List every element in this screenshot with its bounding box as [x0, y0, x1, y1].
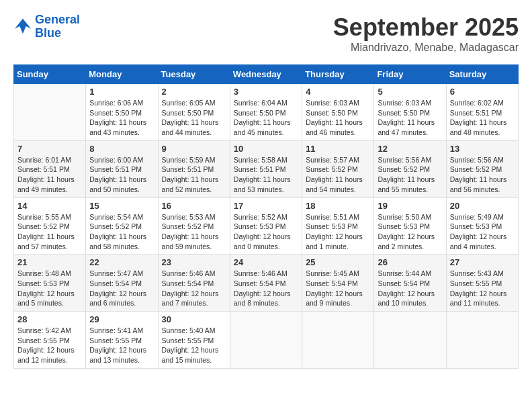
sunset-text: Sunset: 5:52 PM: [378, 165, 430, 173]
col-friday: Friday: [374, 65, 446, 84]
cell-w2-d6: 12 Sunrise: 5:56 AM Sunset: 5:52 PM Dayl…: [374, 140, 446, 197]
sunrise-text: Sunrise: 6:01 AM: [17, 156, 71, 164]
location-title: Miandrivazo, Menabe, Madagascar: [333, 42, 519, 54]
col-wednesday: Wednesday: [230, 65, 302, 84]
calendar-header: Sunday Monday Tuesday Wednesday Thursday…: [14, 65, 519, 84]
col-monday: Monday: [86, 65, 158, 84]
daylight-text: Daylight: 11 hours and 48 minutes.: [450, 118, 507, 136]
day-info: Sunrise: 5:56 AM Sunset: 5:52 PM Dayligh…: [378, 155, 442, 195]
sunrise-text: Sunrise: 6:06 AM: [89, 99, 143, 107]
sunrise-text: Sunrise: 5:42 AM: [17, 326, 71, 334]
day-info: Sunrise: 5:44 AM Sunset: 5:54 PM Dayligh…: [378, 269, 442, 308]
sunset-text: Sunset: 5:50 PM: [306, 109, 358, 117]
month-title: September 2025: [333, 13, 519, 42]
cell-w4-d1: 21 Sunrise: 5:48 AM Sunset: 5:53 PM Dayl…: [14, 255, 86, 312]
day-info: Sunrise: 5:53 AM Sunset: 5:52 PM Dayligh…: [162, 212, 226, 252]
sunrise-text: Sunrise: 5:53 AM: [162, 213, 216, 221]
day-number: 28: [17, 314, 82, 324]
sunset-text: Sunset: 5:54 PM: [89, 279, 142, 287]
sunset-text: Sunset: 5:53 PM: [306, 222, 358, 230]
day-info: Sunrise: 5:46 AM Sunset: 5:54 PM Dayligh…: [162, 269, 226, 308]
sunset-text: Sunset: 5:55 PM: [89, 336, 142, 345]
sunrise-text: Sunrise: 6:00 AM: [89, 156, 143, 164]
daylight-text: Daylight: 12 hours and 9 minutes.: [306, 289, 363, 308]
day-number: 3: [234, 87, 298, 97]
cell-w4-d3: 23 Sunrise: 5:46 AM Sunset: 5:54 PM Dayl…: [158, 255, 230, 312]
sunrise-text: Sunrise: 5:56 AM: [378, 156, 431, 164]
cell-w1-d3: 2 Sunrise: 6:05 AM Sunset: 5:50 PM Dayli…: [158, 84, 230, 141]
sunrise-text: Sunrise: 5:58 AM: [234, 156, 287, 164]
day-number: 27: [450, 257, 515, 267]
cell-w2-d4: 10 Sunrise: 5:58 AM Sunset: 5:51 PM Dayl…: [230, 140, 302, 197]
daylight-text: Daylight: 11 hours and 47 minutes.: [378, 118, 435, 136]
sunset-text: Sunset: 5:51 PM: [450, 109, 502, 117]
sunrise-text: Sunrise: 5:54 AM: [89, 213, 143, 221]
daylight-text: Daylight: 12 hours and 10 minutes.: [378, 289, 435, 308]
cell-w4-d4: 24 Sunrise: 5:46 AM Sunset: 5:54 PM Dayl…: [230, 255, 302, 312]
cell-w1-d1: [14, 84, 86, 141]
day-number: 4: [306, 87, 370, 97]
sunrise-text: Sunrise: 5:59 AM: [162, 156, 216, 164]
day-number: 10: [234, 144, 298, 154]
cell-w1-d5: 4 Sunrise: 6:03 AM Sunset: 5:50 PM Dayli…: [302, 84, 374, 141]
sunrise-text: Sunrise: 5:51 AM: [306, 213, 359, 221]
daylight-text: Daylight: 11 hours and 55 minutes.: [378, 175, 435, 193]
day-info: Sunrise: 6:03 AM Sunset: 5:50 PM Dayligh…: [378, 98, 442, 138]
daylight-text: Daylight: 11 hours and 44 minutes.: [162, 118, 219, 136]
cell-w4-d2: 22 Sunrise: 5:47 AM Sunset: 5:54 PM Dayl…: [86, 255, 158, 312]
day-info: Sunrise: 6:04 AM Sunset: 5:50 PM Dayligh…: [234, 98, 298, 138]
sunset-text: Sunset: 5:52 PM: [450, 165, 502, 173]
day-info: Sunrise: 5:55 AM Sunset: 5:52 PM Dayligh…: [17, 212, 82, 252]
day-number: 24: [234, 257, 298, 267]
daylight-text: Daylight: 12 hours and 2 minutes.: [378, 232, 435, 250]
day-info: Sunrise: 5:46 AM Sunset: 5:54 PM Dayligh…: [234, 269, 298, 308]
cell-w1-d7: 6 Sunrise: 6:02 AM Sunset: 5:51 PM Dayli…: [446, 84, 518, 141]
day-info: Sunrise: 5:45 AM Sunset: 5:54 PM Dayligh…: [306, 269, 370, 308]
cell-w5-d7: [446, 312, 518, 369]
day-number: 15: [89, 201, 154, 211]
sunrise-text: Sunrise: 6:03 AM: [306, 99, 359, 107]
day-number: 6: [450, 87, 515, 97]
cell-w5-d6: [374, 312, 446, 369]
logo: General Blue: [13, 13, 80, 40]
cell-w5-d5: [302, 312, 374, 369]
daylight-text: Daylight: 12 hours and 8 minutes.: [234, 289, 291, 308]
day-info: Sunrise: 6:02 AM Sunset: 5:51 PM Dayligh…: [450, 98, 515, 138]
day-info: Sunrise: 5:59 AM Sunset: 5:51 PM Dayligh…: [162, 155, 226, 195]
logo-icon: [13, 17, 32, 36]
sunset-text: Sunset: 5:50 PM: [162, 109, 214, 117]
sunrise-text: Sunrise: 5:46 AM: [162, 269, 216, 277]
col-thursday: Thursday: [302, 65, 374, 84]
cell-w4-d6: 26 Sunrise: 5:44 AM Sunset: 5:54 PM Dayl…: [374, 255, 446, 312]
day-number: 8: [89, 144, 154, 154]
week-row-5: 28 Sunrise: 5:42 AM Sunset: 5:55 PM Dayl…: [14, 312, 519, 369]
daylight-text: Daylight: 12 hours and 4 minutes.: [450, 232, 507, 250]
cell-w3-d3: 16 Sunrise: 5:53 AM Sunset: 5:52 PM Dayl…: [158, 197, 230, 255]
cell-w4-d5: 25 Sunrise: 5:45 AM Sunset: 5:54 PM Dayl…: [302, 255, 374, 312]
daylight-text: Daylight: 12 hours and 12 minutes.: [17, 346, 75, 364]
day-number: 21: [17, 257, 82, 267]
cell-w5-d3: 30 Sunrise: 5:40 AM Sunset: 5:55 PM Dayl…: [158, 312, 230, 369]
sunset-text: Sunset: 5:51 PM: [17, 165, 70, 173]
sunrise-text: Sunrise: 6:04 AM: [234, 99, 287, 107]
sunset-text: Sunset: 5:53 PM: [378, 222, 430, 230]
cell-w3-d5: 18 Sunrise: 5:51 AM Sunset: 5:53 PM Dayl…: [302, 197, 374, 255]
sunset-text: Sunset: 5:55 PM: [450, 279, 502, 287]
day-number: 26: [378, 257, 442, 267]
cell-w2-d1: 7 Sunrise: 6:01 AM Sunset: 5:51 PM Dayli…: [14, 140, 86, 197]
sunrise-text: Sunrise: 5:55 AM: [17, 213, 71, 221]
day-info: Sunrise: 5:57 AM Sunset: 5:52 PM Dayligh…: [306, 155, 370, 195]
cell-w4-d7: 27 Sunrise: 5:43 AM Sunset: 5:55 PM Dayl…: [446, 255, 518, 312]
cell-w5-d4: [230, 312, 302, 369]
day-info: Sunrise: 5:42 AM Sunset: 5:55 PM Dayligh…: [17, 326, 82, 365]
day-number: 20: [450, 201, 515, 211]
sunset-text: Sunset: 5:53 PM: [234, 222, 286, 230]
daylight-text: Daylight: 12 hours and 15 minutes.: [162, 346, 219, 364]
day-info: Sunrise: 5:48 AM Sunset: 5:53 PM Dayligh…: [17, 269, 82, 308]
daylight-text: Daylight: 12 hours and 11 minutes.: [450, 289, 507, 308]
svg-marker-0: [15, 19, 31, 34]
header: General Blue September 2025 Miandrivazo,…: [13, 13, 519, 54]
daylight-text: Daylight: 11 hours and 56 minutes.: [450, 175, 507, 193]
cell-w2-d5: 11 Sunrise: 5:57 AM Sunset: 5:52 PM Dayl…: [302, 140, 374, 197]
cell-w3-d7: 20 Sunrise: 5:49 AM Sunset: 5:53 PM Dayl…: [446, 197, 518, 255]
